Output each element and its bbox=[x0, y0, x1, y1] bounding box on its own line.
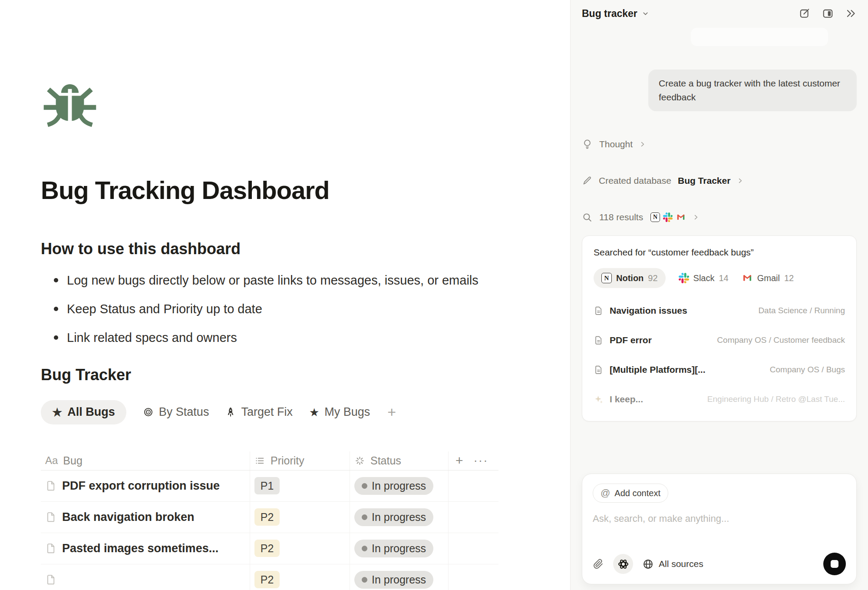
add-column-button[interactable]: + bbox=[455, 453, 463, 468]
tab-all-bugs[interactable]: ★ All Bugs bbox=[41, 400, 126, 424]
priority-pill[interactable]: P2 bbox=[254, 540, 280, 557]
filter-chip-slack[interactable]: Slack 14 bbox=[679, 273, 729, 283]
result-breadcrumb: Company OS / Customer feedback bbox=[717, 335, 845, 345]
status-pill[interactable]: In progress bbox=[354, 508, 433, 526]
tab-label: By Status bbox=[159, 405, 209, 419]
tab-label: Target Fix bbox=[241, 405, 293, 419]
result-breadcrumb: Company OS / Bugs bbox=[770, 365, 845, 375]
step-thought[interactable]: Thought bbox=[582, 135, 857, 154]
table-row[interactable]: P2 In progress bbox=[41, 564, 498, 590]
chip-label: Slack bbox=[693, 273, 715, 283]
tab-by-status[interactable]: By Status bbox=[143, 405, 209, 419]
step-created-database[interactable]: Created database Bug Tracker bbox=[582, 171, 857, 190]
status-label: In progress bbox=[372, 542, 426, 555]
search-icon bbox=[582, 212, 593, 223]
add-view-button[interactable]: + bbox=[387, 404, 396, 421]
table-more-button[interactable]: ··· bbox=[474, 454, 488, 467]
table-row[interactable]: Pasted images sometimes... P2 In progres… bbox=[41, 533, 498, 564]
text-property-icon: Aa bbox=[45, 454, 58, 467]
priority-pill[interactable]: P2 bbox=[254, 571, 280, 588]
tab-target-fix[interactable]: Target Fix bbox=[225, 405, 293, 419]
slack-icon bbox=[679, 273, 689, 283]
add-context-label: Add context bbox=[614, 488, 660, 498]
status-dot bbox=[362, 514, 367, 520]
search-result-item[interactable]: PDF error Company OS / Customer feedback bbox=[594, 330, 845, 351]
status-pill[interactable]: In progress bbox=[354, 571, 433, 589]
document-page: Bug Tracking Dashboard How to use this d… bbox=[0, 0, 570, 590]
step-label: 118 results bbox=[599, 212, 643, 222]
tab-label: All Bugs bbox=[67, 405, 115, 419]
faded-previous-message bbox=[691, 28, 828, 46]
status-pill[interactable]: In progress bbox=[354, 477, 433, 495]
add-context-chip[interactable]: @ Add context bbox=[593, 484, 668, 503]
column-label: Status bbox=[370, 454, 401, 467]
search-result-item[interactable]: [Multiple Platforms][... Company OS / Bu… bbox=[594, 359, 845, 380]
target-icon bbox=[143, 407, 154, 418]
side-panel-icon[interactable] bbox=[822, 8, 834, 19]
user-message-bubble: Create a bug tracker with the latest cus… bbox=[648, 70, 857, 111]
page-bug-icon[interactable] bbox=[41, 82, 99, 131]
status-dot bbox=[362, 546, 367, 551]
result-title: [Multiple Platforms][... bbox=[610, 365, 706, 375]
step-search-results[interactable]: 118 results N bbox=[582, 208, 857, 227]
chevron-down-icon[interactable] bbox=[642, 10, 649, 17]
howto-bullet-list: Log new bugs directly below or paste lin… bbox=[41, 272, 498, 345]
sparkle-icon bbox=[594, 394, 604, 404]
search-result-list: Navigation issues Data Science / Running… bbox=[594, 300, 845, 410]
source-filter-chips: N Notion 92 Slack 14 bbox=[594, 268, 845, 288]
chevron-right-icon bbox=[737, 177, 744, 184]
table-row[interactable]: PDF export corruption issue P1 In progre… bbox=[41, 471, 498, 502]
priority-pill[interactable]: P2 bbox=[254, 508, 280, 526]
column-header-bug[interactable]: Aa Bug bbox=[41, 451, 250, 470]
page-icon bbox=[45, 543, 57, 554]
filter-chip-gmail[interactable]: Gmail 12 bbox=[742, 273, 794, 283]
status-pill[interactable]: In progress bbox=[354, 540, 433, 557]
pencil-icon bbox=[582, 176, 592, 186]
bug-title: Back navigation broken bbox=[62, 510, 195, 524]
bug-title: Pasted images sometimes... bbox=[62, 542, 218, 555]
all-sources-button[interactable]: All sources bbox=[642, 558, 703, 570]
chip-count: 12 bbox=[784, 273, 794, 283]
created-database-name: Bug Tracker bbox=[678, 176, 730, 186]
page-title: Bug Tracking Dashboard bbox=[41, 175, 498, 206]
model-selector-openai[interactable] bbox=[613, 554, 633, 574]
table-body: PDF export corruption issue P1 In progre… bbox=[41, 471, 498, 590]
all-sources-label: All sources bbox=[659, 559, 703, 569]
column-header-status[interactable]: Status bbox=[350, 451, 449, 470]
tracker-heading: Bug Tracker bbox=[41, 365, 498, 384]
document-icon bbox=[594, 335, 604, 345]
chip-count: 14 bbox=[719, 273, 728, 283]
assistant-header: Bug tracker bbox=[582, 0, 857, 27]
star-icon: ★ bbox=[52, 407, 62, 418]
tab-my-bugs[interactable]: ★ My Bugs bbox=[309, 405, 370, 419]
search-result-item[interactable]: Navigation issues Data Science / Running bbox=[594, 300, 845, 321]
attachment-icon[interactable] bbox=[593, 558, 604, 570]
gmail-icon bbox=[676, 212, 686, 222]
table-row[interactable]: Back navigation broken P2 In progress bbox=[41, 502, 498, 533]
chevron-right-icon bbox=[639, 141, 646, 148]
assistant-thread-title[interactable]: Bug tracker bbox=[582, 8, 637, 20]
tab-label: My Bugs bbox=[324, 405, 370, 419]
result-title: I keep... bbox=[610, 394, 643, 404]
status-label: In progress bbox=[372, 511, 426, 524]
star-icon: ★ bbox=[309, 407, 319, 418]
result-title: PDF error bbox=[610, 335, 652, 345]
bullet-item: Keep Status and Priority up to date bbox=[41, 301, 498, 317]
page-icon bbox=[45, 511, 57, 523]
search-result-item[interactable]: I keep... Engineering Hub / Retro @Last … bbox=[594, 389, 845, 410]
status-label: In progress bbox=[372, 480, 426, 492]
bullet-item: Link related specs and owners bbox=[41, 330, 498, 345]
filter-chip-notion[interactable]: N Notion 92 bbox=[594, 268, 666, 288]
new-chat-icon[interactable] bbox=[799, 8, 810, 19]
status-label: In progress bbox=[372, 573, 426, 586]
slack-icon bbox=[663, 212, 673, 222]
column-header-priority[interactable]: Priority bbox=[250, 451, 350, 470]
bug-table: Aa Bug Priority bbox=[41, 451, 498, 590]
stop-generation-button[interactable] bbox=[823, 553, 846, 575]
table-header-row: Aa Bug Priority bbox=[41, 451, 498, 471]
agent-steps: Thought Created database Bug Tracker bbox=[582, 135, 857, 227]
composer-input[interactable]: Ask, search, or make anything... bbox=[593, 513, 846, 524]
collapse-panel-icon[interactable] bbox=[845, 8, 857, 19]
priority-pill[interactable]: P1 bbox=[254, 477, 280, 494]
page-icon bbox=[45, 480, 57, 492]
